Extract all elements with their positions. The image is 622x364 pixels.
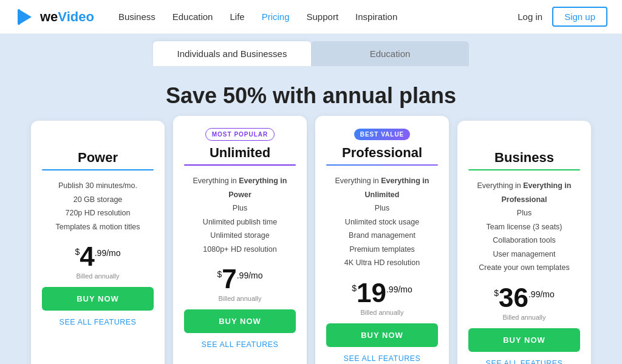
professional-divider xyxy=(326,164,438,166)
nav-actions: Log in Sign up xyxy=(518,7,607,27)
nav-pricing[interactable]: Pricing xyxy=(262,12,290,22)
unlimited-features: Everything in Everything in Power Plus U… xyxy=(184,174,296,256)
business-price: $36.99/mo xyxy=(468,285,580,311)
power-buy-button[interactable]: BUY NOW xyxy=(42,287,154,311)
professional-title: Professional xyxy=(326,145,438,161)
power-see-features[interactable]: SEE ALL FEATURES xyxy=(42,318,154,326)
power-features: Publish 30 minutes/mo. 20 GB storage 720… xyxy=(42,179,154,234)
unlimited-buy-button[interactable]: BUY NOW xyxy=(184,309,296,333)
tab-education[interactable]: Education xyxy=(311,41,469,66)
professional-see-features[interactable]: SEE ALL FEATURES xyxy=(326,354,438,363)
business-badge-empty xyxy=(523,136,525,147)
power-billed: Billed annually xyxy=(42,272,154,280)
business-see-features[interactable]: SEE ALL FEATURES xyxy=(468,359,580,365)
logo-icon xyxy=(15,6,36,28)
login-button[interactable]: Log in xyxy=(518,12,542,22)
professional-billed: Billed annually xyxy=(326,309,438,316)
logo[interactable]: weVideo xyxy=(15,6,94,28)
professional-features: Everything in Everything in Unlimited Pl… xyxy=(326,174,438,270)
nav-education[interactable]: Education xyxy=(173,12,213,22)
nav-life[interactable]: Life xyxy=(230,12,244,22)
business-billed: Billed annually xyxy=(468,314,580,321)
card-business: Business Everything in Everything in Pro… xyxy=(457,121,591,364)
card-unlimited: MOST POPULAR Unlimited Everything in Eve… xyxy=(173,116,307,364)
signup-button[interactable]: Sign up xyxy=(552,7,607,27)
pricing-tabs: Individuals and Businesses Education xyxy=(0,41,622,66)
card-professional: BEST VALUE Professional Everything in Ev… xyxy=(315,116,449,364)
unlimited-title: Unlimited xyxy=(184,145,296,161)
nav-support[interactable]: Support xyxy=(307,12,339,22)
card-power: Power Publish 30 minutes/mo. 20 GB stora… xyxy=(31,121,165,364)
unlimited-badge: MOST POPULAR xyxy=(205,128,275,141)
power-divider xyxy=(42,169,154,170)
svg-marker-0 xyxy=(19,10,32,24)
svg-rect-1 xyxy=(18,9,20,25)
power-title: Power xyxy=(42,150,154,166)
professional-buy-button[interactable]: BUY NOW xyxy=(326,323,438,347)
power-price: $4.99/mo xyxy=(42,243,154,270)
nav-links: Business Education Life Pricing Support … xyxy=(118,12,518,22)
nav-business[interactable]: Business xyxy=(118,12,156,22)
unlimited-see-features[interactable]: SEE ALL FEATURES xyxy=(184,340,296,349)
unlimited-billed: Billed annually xyxy=(184,295,296,302)
pricing-cards: Power Publish 30 minutes/mo. 20 GB stora… xyxy=(0,121,622,364)
power-badge-empty xyxy=(97,136,99,147)
professional-badge: BEST VALUE xyxy=(354,129,411,140)
business-buy-button[interactable]: BUY NOW xyxy=(468,328,580,352)
hero-section: Save 50% with annual plans xyxy=(0,66,622,121)
unlimited-divider xyxy=(184,164,296,166)
logo-wordmark: weVideo xyxy=(40,9,94,25)
business-features: Everything in Everything in Professional… xyxy=(468,179,580,275)
business-title: Business xyxy=(468,150,580,166)
nav-inspiration[interactable]: Inspiration xyxy=(355,12,397,22)
hero-headline: Save 50% with annual plans xyxy=(0,83,622,109)
navbar: weVideo Business Education Life Pricing … xyxy=(0,0,622,34)
unlimited-price: $7.99/mo xyxy=(184,266,296,292)
tab-individuals[interactable]: Individuals and Businesses xyxy=(153,41,311,66)
professional-price: $19.99/mo xyxy=(326,280,438,306)
business-divider xyxy=(468,169,580,170)
